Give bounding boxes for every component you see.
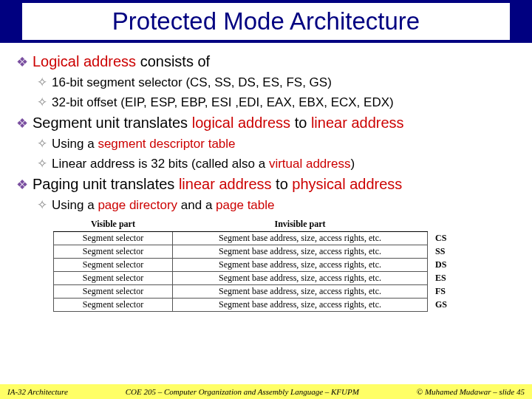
cell-right: Segment base address, size, access right…	[173, 299, 428, 312]
b2a-red: segment descriptor table	[98, 137, 235, 151]
diamond-icon: ❖	[16, 116, 28, 131]
cell-right: Segment base address, size, access right…	[173, 259, 428, 272]
footer-center: COE 205 – Computer Organization and Asse…	[126, 387, 359, 396]
cell-left: Segment selector	[54, 232, 173, 245]
b2b-red: virtual address	[269, 157, 351, 171]
cell-right: Segment base address, size, access right…	[173, 272, 428, 285]
cross-icon: ✧	[37, 157, 47, 171]
bullet-1b: ✧32-bit offset (EIP, ESP, EBP, ESI ,EDI,…	[37, 95, 516, 110]
th-invisible: Invisible part	[173, 217, 428, 232]
cross-icon: ✧	[37, 75, 47, 89]
table-header-row: Visible part Invisible part	[54, 217, 479, 232]
reg-label: DS	[428, 259, 479, 272]
footer-left: IA-32 Architecture	[7, 387, 68, 396]
b1-red: Logical address	[33, 53, 136, 69]
segment-table: Visible part Invisible part Segment sele…	[53, 217, 479, 312]
bullet-2a: ✧Using a segment descriptor table	[37, 136, 516, 151]
b3-mid: to	[272, 176, 293, 192]
b3a-r1: page directory	[98, 198, 177, 212]
b3-r2: physical address	[292, 176, 402, 192]
cross-icon: ✧	[37, 137, 47, 151]
b2-mid: to	[290, 115, 311, 131]
bullet-3: ❖Paging unit translates linear address t…	[16, 176, 516, 193]
slide-title: Protected Mode Architecture	[112, 7, 420, 35]
cell-right: Segment base address, size, access right…	[173, 285, 428, 299]
diamond-icon: ❖	[16, 55, 28, 69]
b1a-text: 16-bit segment selector (CS, SS, DS, ES,…	[52, 75, 332, 89]
b3-r1: linear address	[179, 176, 272, 192]
cell-left: Segment selector	[54, 259, 173, 272]
cell-left: Segment selector	[54, 285, 173, 299]
table-row: Segment selectorSegment base address, si…	[54, 259, 479, 272]
cross-icon: ✧	[37, 198, 47, 212]
b3a-r2: page table	[216, 198, 274, 212]
b3-pre: Paging unit translates	[33, 176, 179, 192]
footer-right: © Muhamed Mudawar – slide 45	[417, 387, 525, 396]
th-visible: Visible part	[54, 217, 173, 232]
b2b-post: )	[350, 157, 355, 171]
cross-icon: ✧	[37, 95, 47, 109]
bullet-1a: ✧16-bit segment selector (CS, SS, DS, ES…	[37, 75, 516, 90]
title-bar: Protected Mode Architecture	[0, 0, 532, 43]
bullet-2b: ✧Linear address is 32 bits (called also …	[37, 156, 516, 171]
reg-label: ES	[428, 272, 479, 285]
table-row: Segment selectorSegment base address, si…	[54, 299, 479, 312]
diamond-icon: ❖	[16, 177, 28, 192]
reg-label: FS	[428, 285, 479, 299]
b1b-text: 32-bit offset (EIP, ESP, EBP, ESI ,EDI, …	[52, 95, 394, 109]
b3a-pre: Using a	[52, 198, 98, 212]
bullet-2: ❖Segment unit translates logical address…	[16, 115, 516, 132]
content-area: ❖Logical address consists of ✧16-bit seg…	[0, 43, 532, 312]
cell-right: Segment base address, size, access right…	[173, 245, 428, 259]
cell-right: Segment base address, size, access right…	[173, 232, 428, 245]
table-row: Segment selectorSegment base address, si…	[54, 232, 479, 245]
bullet-3a: ✧Using a page directory and a page table	[37, 197, 516, 213]
register-table: Visible part Invisible part Segment sele…	[53, 217, 479, 312]
b2a-pre: Using a	[52, 137, 98, 151]
bullet-1: ❖Logical address consists of	[16, 53, 516, 70]
table-row: Segment selectorSegment base address, si…	[54, 272, 479, 285]
b2b-pre: Linear address is 32 bits (called also a	[52, 157, 269, 171]
b2-pre: Segment unit translates	[33, 115, 192, 131]
footer-bar: IA-32 Architecture COE 205 – Computer Or…	[0, 384, 532, 399]
th-blank	[428, 217, 479, 232]
reg-label: CS	[428, 232, 479, 245]
cell-left: Segment selector	[54, 299, 173, 312]
b1-rest: consists of	[136, 53, 210, 69]
cell-left: Segment selector	[54, 272, 173, 285]
b2-r1: logical address	[192, 115, 290, 131]
reg-label: GS	[428, 299, 479, 312]
table-row: Segment selectorSegment base address, si…	[54, 285, 479, 299]
b3a-mid: and a	[177, 198, 216, 212]
table-row: Segment selectorSegment base address, si…	[54, 245, 479, 259]
cell-left: Segment selector	[54, 245, 173, 259]
b2-r2: linear address	[311, 115, 404, 131]
title-wrap: Protected Mode Architecture	[22, 3, 510, 40]
reg-label: SS	[428, 245, 479, 259]
